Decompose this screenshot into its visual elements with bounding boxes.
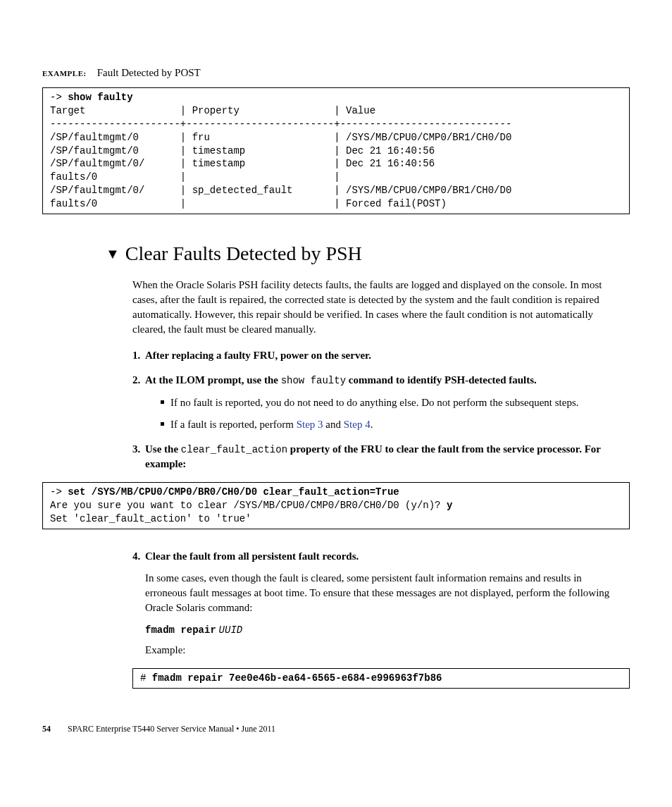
step-list-cont: Clear the fault from all persistent faul… [132, 549, 623, 658]
bullet-no-fault: If no fault is reported, you do not need… [161, 395, 623, 410]
code-block-clear-fault: -> set /SYS/MB/CPU0/CMP0/BR0/CH0/D0 clea… [42, 482, 630, 529]
step-4-example-label: Example: [145, 643, 623, 658]
link-step-3[interactable]: Step 3 [297, 419, 323, 430]
link-step-4[interactable]: Step 4 [344, 419, 371, 430]
step-3: Use the clear_fault_action property of t… [132, 442, 623, 472]
triangle-down-icon: ▼ [106, 246, 120, 262]
step-1-text: After replacing a faulty FRU, power on t… [145, 350, 371, 361]
step-1: After replacing a faulty FRU, power on t… [132, 348, 623, 363]
step-4-command: fmadm repair UUID [145, 622, 623, 638]
example-header: EXAMPLE: Fault Detected by POST [42, 67, 630, 79]
example-label: EXAMPLE: [42, 69, 87, 78]
footer-text: SPARC Enterprise T5440 Server Service Ma… [68, 724, 275, 734]
bullet-fault-reported: If a fault is reported, perform Step 3 a… [161, 417, 623, 432]
step-list: After replacing a faulty FRU, power on t… [132, 348, 623, 472]
page-number: 54 [42, 724, 51, 734]
section-title: Clear Faults Detected by PSH [125, 242, 362, 265]
step-2-bullets: If no fault is reported, you do not need… [145, 395, 623, 432]
step-4-para: In some cases, even though the fault is … [145, 571, 623, 615]
example-title: Fault Detected by POST [89, 67, 200, 78]
step-2: At the ILOM prompt, use the show faulty … [132, 373, 623, 432]
step-2-text: At the ILOM prompt, use the show faulty … [145, 374, 537, 386]
code-block-show-faulty: -> show faulty Target | Property | Value… [42, 87, 630, 214]
step-3-text: Use the clear_fault_action property of t… [145, 443, 601, 470]
step-4-title: Clear the fault from all persistent faul… [145, 550, 359, 562]
intro-paragraph: When the Oracle Solaris PSH facility det… [132, 278, 623, 337]
step-4: Clear the fault from all persistent faul… [132, 549, 623, 658]
page-footer: 54 SPARC Enterprise T5440 Server Service… [42, 724, 630, 734]
section-heading: ▼ Clear Faults Detected by PSH [106, 242, 630, 265]
code-block-fmadm-repair: # fmadm repair 7ee0e46b-ea64-6565-e684-e… [132, 668, 630, 689]
